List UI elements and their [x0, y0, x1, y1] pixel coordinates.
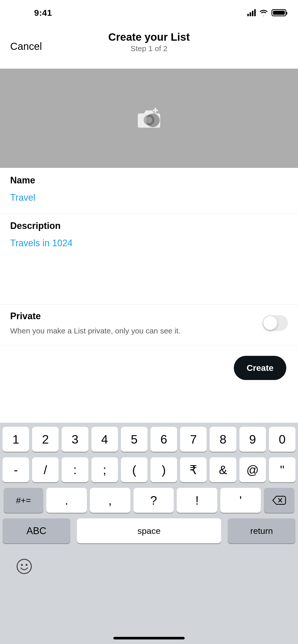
- key-6[interactable]: 6: [151, 427, 177, 452]
- svg-point-3: [17, 559, 31, 574]
- key-8[interactable]: 8: [210, 427, 236, 452]
- backspace-icon: [272, 495, 286, 505]
- battery-icon: [272, 9, 286, 16]
- wifi-icon: [259, 9, 268, 16]
- description-input[interactable]: [10, 238, 288, 248]
- description-section: Description: [0, 213, 298, 305]
- keyboard-row-3: #+= . , ? ! ': [3, 488, 295, 513]
- key-open-paren[interactable]: (: [121, 457, 147, 482]
- keyboard-row-2: - / : ; ( ) ₹ & @ ": [3, 457, 295, 482]
- cellular-signal-icon: [247, 9, 256, 16]
- step-indicator: Step 1 of 2: [0, 44, 298, 53]
- private-toggle[interactable]: [262, 315, 288, 331]
- key-0[interactable]: 0: [269, 427, 295, 452]
- private-row: Private When you make a List private, on…: [0, 305, 298, 346]
- private-description: When you make a List private, only you c…: [10, 327, 255, 335]
- key-slash[interactable]: /: [32, 457, 59, 482]
- description-label: Description: [10, 221, 288, 231]
- key-question[interactable]: ?: [133, 488, 174, 513]
- keyboard-row-4: ABC space return: [3, 518, 295, 543]
- key-7[interactable]: 7: [180, 427, 207, 452]
- status-bar: 9:41: [0, 0, 298, 25]
- key-abc[interactable]: ABC: [3, 518, 70, 543]
- key-3[interactable]: 3: [62, 427, 88, 452]
- emoji-button[interactable]: [16, 559, 32, 575]
- create-button[interactable]: Create: [234, 356, 286, 380]
- key-dash[interactable]: -: [3, 457, 29, 482]
- action-bar: Create: [0, 346, 298, 390]
- key-symbols[interactable]: #+=: [4, 488, 43, 513]
- keyboard-footer: [3, 549, 295, 575]
- software-keyboard: 1 2 3 4 5 6 7 8 9 0 - / : ; ( ) ₹ & @ " …: [0, 423, 298, 644]
- svg-point-5: [25, 564, 28, 566]
- status-indicators: [247, 9, 286, 16]
- page-title: Create your List: [0, 31, 298, 43]
- private-title: Private: [10, 311, 255, 321]
- key-comma[interactable]: ,: [90, 488, 130, 513]
- emoji-icon: [16, 559, 32, 574]
- key-9[interactable]: 9: [239, 427, 266, 452]
- svg-rect-2: [153, 110, 158, 111]
- name-label: Name: [10, 175, 288, 186]
- home-indicator[interactable]: [113, 637, 185, 639]
- name-input[interactable]: [10, 192, 288, 203]
- key-period[interactable]: .: [46, 488, 87, 513]
- name-section: Name: [0, 168, 298, 213]
- key-semicolon[interactable]: ;: [91, 457, 118, 482]
- key-4[interactable]: 4: [91, 427, 118, 452]
- keyboard-row-1: 1 2 3 4 5 6 7 8 9 0: [3, 427, 295, 452]
- key-backspace[interactable]: [264, 488, 294, 513]
- cancel-button[interactable]: Cancel: [10, 41, 42, 52]
- key-2[interactable]: 2: [32, 427, 59, 452]
- key-quote[interactable]: ": [269, 457, 295, 482]
- key-at[interactable]: @: [239, 457, 266, 482]
- key-rupee[interactable]: ₹: [180, 457, 207, 482]
- status-time: 9:41: [34, 8, 52, 18]
- key-1[interactable]: 1: [3, 427, 29, 452]
- key-5[interactable]: 5: [121, 427, 147, 452]
- key-ampersand[interactable]: &: [210, 457, 236, 482]
- svg-point-4: [21, 564, 23, 566]
- key-colon[interactable]: :: [62, 457, 88, 482]
- nav-header: Cancel Create your List Step 1 of 2: [0, 25, 298, 69]
- banner-image-picker[interactable]: [0, 69, 298, 168]
- key-close-paren[interactable]: ): [151, 457, 177, 482]
- key-exclaim[interactable]: !: [177, 488, 217, 513]
- key-apostrophe[interactable]: ': [220, 488, 261, 513]
- key-space[interactable]: space: [77, 518, 221, 543]
- key-return[interactable]: return: [228, 518, 295, 543]
